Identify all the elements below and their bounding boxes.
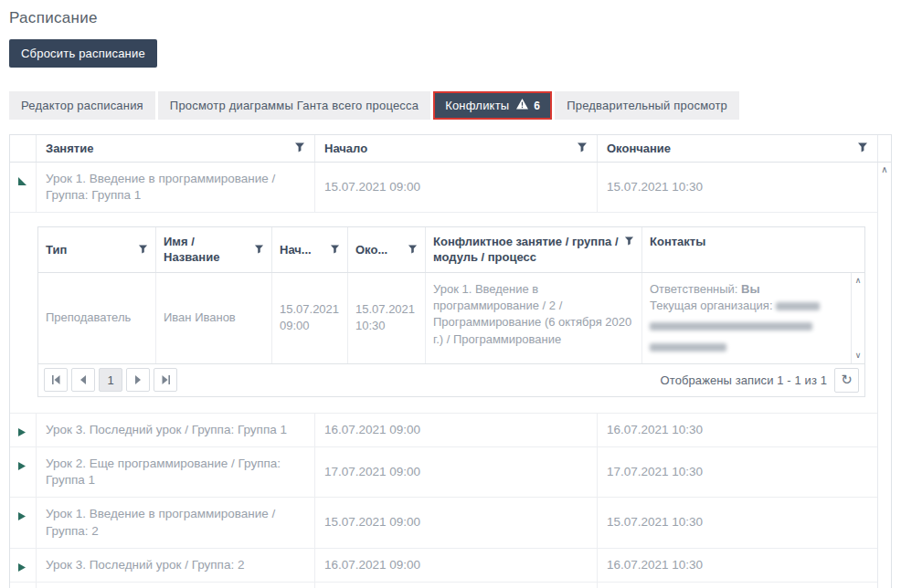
- header-start: Начало: [314, 135, 597, 162]
- end-cell: 16.07.2021 10:30: [597, 414, 877, 446]
- filter-icon[interactable]: [408, 243, 418, 257]
- tab-gantt-view[interactable]: Просмотр диаграммы Ганта всего процесса: [158, 91, 430, 120]
- header-end: Окончание: [597, 135, 877, 162]
- table-row: Урок 2. Еще программирование / Группа: Г…: [10, 447, 877, 498]
- grid-header: Занятие Начало Окончание: [10, 135, 891, 163]
- start-cell: 16.07.2021 09:00: [314, 414, 597, 446]
- next-page-button[interactable]: [126, 368, 150, 392]
- lesson-cell: Урок 1. Введение в программирование / Гр…: [36, 498, 314, 547]
- table-row: Урок 1. Введение в программирование / Гр…: [10, 163, 877, 213]
- start-cell: 16.07.2021 09:00: [314, 549, 597, 582]
- filter-icon[interactable]: [857, 142, 868, 155]
- responsible-value: Вы: [741, 282, 760, 296]
- nested-conflict-grid: Тип Имя / Название Нач...: [37, 226, 865, 396]
- expand-row-icon[interactable]: [10, 583, 36, 588]
- collapse-row-icon[interactable]: [10, 163, 36, 212]
- tab-schedule-editor[interactable]: Редактор расписания: [9, 91, 155, 120]
- filter-icon[interactable]: [294, 142, 305, 155]
- header-lesson: Занятие: [36, 135, 314, 162]
- prev-page-button[interactable]: [71, 368, 95, 392]
- header-end-label: Окончание: [607, 142, 671, 155]
- first-page-button[interactable]: [44, 368, 68, 392]
- end-cell: 15.07.2021 10:30: [597, 163, 877, 212]
- refresh-button[interactable]: ↻: [834, 368, 859, 393]
- filter-icon[interactable]: [254, 243, 264, 257]
- tabstrip: Редактор расписания Просмотр диаграммы Г…: [9, 91, 892, 120]
- start-cell: 15.07.2021 09:00: [314, 498, 597, 547]
- contacts-cell-scrollbar[interactable]: ∧∨: [851, 273, 864, 363]
- filter-icon[interactable]: [330, 243, 340, 257]
- page-number-button[interactable]: 1: [99, 368, 122, 392]
- lesson-cell: Урок 2. Еще программирование / Группа: Г…: [36, 447, 314, 497]
- expand-row-icon[interactable]: [10, 447, 36, 497]
- page-title: Расписание: [9, 9, 892, 27]
- filter-icon[interactable]: [577, 142, 588, 155]
- end-cell: 16.07.2021 10:30: [597, 549, 877, 582]
- nested-header-name: Имя / Название: [155, 227, 271, 272]
- start-cell: 15.07.2021 09:00: [314, 163, 597, 212]
- expand-row-icon[interactable]: [10, 498, 36, 547]
- lesson-cell: Урок 3. Последний урок / Группа: 2: [36, 549, 314, 582]
- lesson-cell: Урок 3. Последний урок / Группа: Группа …: [36, 414, 314, 446]
- expand-row-icon[interactable]: [10, 549, 36, 582]
- nested-header-contacts: Контакты: [641, 227, 864, 272]
- tab-conflicts[interactable]: Конфликты 6: [433, 91, 552, 120]
- nested-header-conflict: Конфликтное занятие / группа / модуль / …: [425, 227, 641, 272]
- conflict-contacts-cell: Ответственный: Вы Текущая организация: ∧…: [641, 273, 864, 363]
- conflict-name-cell: Иван Иванов: [155, 273, 271, 363]
- lesson-cell: Урок 2. Еще программирование / Группа: 2: [36, 583, 314, 588]
- conflict-end-cell: 15.07.2021 10:30: [347, 273, 425, 363]
- conflict-lesson-cell: Урок 1. Введение в программирование / 2 …: [425, 273, 641, 363]
- table-row: Урок 3. Последний урок / Группа: Группа …: [10, 414, 877, 447]
- end-cell: 17.07.2021 10:30: [597, 447, 877, 497]
- start-cell: 17.07.2021 09:00: [314, 447, 597, 497]
- organization-label: Текущая организация:: [650, 299, 773, 312]
- page: Расписание Сбросить расписание Редактор …: [0, 0, 901, 588]
- filter-icon[interactable]: [138, 243, 148, 257]
- nested-header-end: Око...: [347, 227, 425, 272]
- conflict-type-cell: Преподаватель: [38, 273, 155, 363]
- reset-schedule-button[interactable]: Сбросить расписание: [9, 39, 157, 68]
- conflicts-grid: Занятие Начало Окончание Урок 1.: [9, 134, 892, 588]
- redacted-text: [650, 343, 726, 352]
- table-row: Урок 3. Последний урок / Группа: 2 16.07…: [10, 549, 877, 583]
- redacted-text: [776, 302, 820, 310]
- lesson-cell: Урок 1. Введение в программирование / Гр…: [36, 163, 314, 212]
- nested-grid-pager: 1 Отображены записи 1 - 1 из 1 ↻: [38, 363, 864, 396]
- redacted-text: [650, 322, 812, 331]
- expand-row-icon[interactable]: [10, 414, 36, 446]
- filter-icon[interactable]: [624, 235, 634, 249]
- nested-header-start: Нач...: [271, 227, 347, 272]
- header-scrollbar-spacer: [877, 135, 891, 162]
- header-start-label: Начало: [324, 142, 367, 155]
- table-row: Урок 2. Еще программирование / Группа: 2…: [10, 583, 877, 588]
- conflicts-count-badge: 6: [534, 100, 540, 112]
- tab-conflicts-label: Конфликты: [445, 99, 509, 112]
- warning-icon: [516, 99, 528, 112]
- last-page-button[interactable]: [154, 368, 177, 392]
- nested-header-type: Тип: [38, 227, 155, 272]
- start-cell: 17.07.2021 09:00: [314, 583, 597, 588]
- header-lesson-label: Занятие: [46, 142, 93, 155]
- scroll-up-icon[interactable]: ∧: [881, 165, 887, 174]
- table-row: Урок 1. Введение в программирование / Гр…: [10, 498, 877, 548]
- tab-preview[interactable]: Предварительный просмотр: [555, 91, 739, 120]
- pager-info: Отображены записи 1 - 1 из 1: [661, 373, 827, 387]
- end-cell: 15.07.2021 10:30: [597, 498, 877, 547]
- nested-table-row: Преподаватель Иван Иванов 15.07.2021 09:…: [38, 273, 864, 363]
- nested-grid-header: Тип Имя / Название Нач...: [38, 227, 864, 273]
- header-expand-column: [10, 135, 36, 162]
- responsible-label: Ответственный:: [650, 282, 737, 296]
- conflict-start-cell: 15.07.2021 09:00: [271, 273, 347, 363]
- detail-row: Тип Имя / Название Нач...: [10, 213, 877, 413]
- grid-vertical-scrollbar[interactable]: ∧ ∨: [877, 163, 891, 588]
- end-cell: 17.07.2021 10:30: [597, 583, 877, 588]
